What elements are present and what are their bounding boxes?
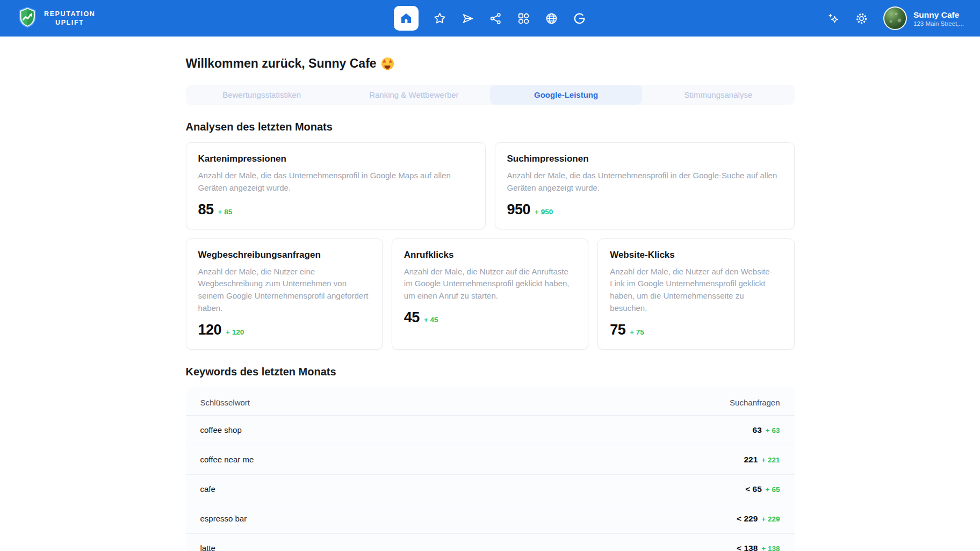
ai-assistant-button[interactable]	[826, 12, 840, 25]
keywords-table: Schlüsselwort Suchanfragen coffee shop 6…	[186, 387, 795, 551]
searches-delta: + 229	[761, 515, 780, 523]
analytics-cards-row-1: Kartenimpressionen Anzahl der Male, die …	[186, 142, 795, 229]
keyword-cell: coffee shop	[200, 425, 242, 434]
main-content: Willkommen zurück, Sunny Cafe ★★ Bewertu…	[186, 56, 795, 551]
stat-card-title: Kartenimpressionen	[198, 154, 473, 164]
star-struck-emoji: ★★	[381, 57, 394, 70]
keyword-cell: latte	[200, 543, 215, 551]
star-nav-button[interactable]	[433, 12, 446, 25]
stat-value: 950	[507, 201, 531, 218]
searches-value: 221	[744, 455, 758, 465]
home-icon	[400, 12, 413, 25]
stat-card-wegbeschreibungsanfragen: Wegbeschreibungsanfragen Anzahl der Male…	[186, 238, 383, 350]
apps-nav-button[interactable]	[517, 12, 530, 25]
stat-value: 85	[198, 201, 214, 218]
stat-delta: + 45	[424, 316, 438, 324]
stat-card-description: Anzahl der Male, die das Unternehmenspro…	[507, 170, 782, 194]
stat-card-description: Anzahl der Male, die Nutzer eine Wegbesc…	[198, 266, 370, 315]
table-row: cafe < 65 + 65	[186, 475, 795, 504]
searches-delta: + 65	[766, 485, 780, 494]
stat-card-description: Anzahl der Male, die Nutzer auf den Webs…	[610, 266, 782, 315]
globe-nav-button[interactable]	[545, 12, 558, 25]
searches-delta: + 138	[761, 545, 780, 551]
account-address: 123 Main Street,...	[913, 20, 964, 27]
stat-delta: + 75	[630, 328, 644, 336]
globe-icon	[545, 12, 558, 25]
account-avatar[interactable]	[883, 6, 907, 30]
sparkles-icon	[826, 12, 840, 25]
account-menu[interactable]: Sunny Cafe 123 Main Street,...	[883, 6, 964, 30]
stat-card-description: Anzahl der Male, die Nutzer auf die Anru…	[404, 266, 576, 302]
stat-delta: + 120	[226, 328, 244, 336]
analytics-heading: Analysen des letzten Monats	[186, 121, 795, 133]
stat-card-description: Anzahl der Male, die das Unternehmenspro…	[198, 170, 473, 194]
searches-value: < 138	[737, 543, 758, 551]
home-nav-button[interactable]	[394, 6, 419, 31]
keywords-heading: Keywords des letzten Monats	[186, 366, 795, 378]
apps-icon	[517, 12, 530, 25]
share-icon	[489, 12, 502, 25]
analytics-cards-row-2: Wegbeschreibungsanfragen Anzahl der Male…	[186, 238, 795, 350]
keywords-table-header: Schlüsselwort Suchanfragen	[186, 387, 795, 416]
google-icon	[573, 12, 586, 25]
column-header-keyword: Schlüsselwort	[200, 398, 250, 407]
settings-button[interactable]	[855, 12, 868, 25]
account-name: Sunny Cafe	[913, 10, 964, 20]
brand-logo[interactable]: REPUTATION UPLIFT	[16, 6, 95, 31]
table-row: espresso bar < 229 + 229	[186, 504, 795, 534]
keyword-cell: coffee near me	[200, 455, 254, 464]
topbar-right-actions: Sunny Cafe 123 Main Street,...	[826, 6, 964, 30]
searches-value: < 229	[737, 514, 758, 524]
tab-google-leistung[interactable]: Google-Leistung	[490, 85, 642, 105]
stat-value: 75	[610, 322, 625, 338]
tab-stimmungsanalyse[interactable]: Stimmungsanalyse	[642, 85, 794, 105]
send-icon	[461, 12, 474, 25]
google-nav-button[interactable]	[573, 12, 586, 25]
stat-card-title: Anrufklicks	[404, 250, 576, 260]
tab-bewertungsstatistiken[interactable]: Bewertungsstatistiken	[186, 85, 338, 105]
star-icon	[433, 12, 446, 25]
stat-card-kartenimpressionen: Kartenimpressionen Anzahl der Male, die …	[186, 142, 486, 229]
top-navigation-bar: REPUTATION UPLIFT	[0, 0, 980, 37]
searches-delta: + 221	[761, 456, 780, 464]
table-row: latte < 138 + 138	[186, 534, 795, 551]
stat-card-suchimpressionen: Suchimpressionen Anzahl der Male, die da…	[495, 142, 795, 229]
searches-value: < 65	[745, 484, 762, 494]
stat-card-anrufklicks: Anrufklicks Anzahl der Male, die Nutzer …	[392, 238, 588, 350]
searches-value: 63	[753, 425, 762, 435]
stat-value: 120	[198, 322, 222, 338]
table-row: coffee shop 63 + 63	[186, 416, 795, 445]
table-row: coffee near me 221 + 221	[186, 445, 795, 475]
send-nav-button[interactable]	[461, 12, 474, 25]
main-nav	[394, 6, 586, 31]
stat-value: 45	[404, 309, 420, 326]
searches-delta: + 63	[766, 426, 780, 434]
keyword-cell: cafe	[200, 484, 215, 494]
tab-ranking-wettbewerber[interactable]: Ranking & Wettbewerber	[338, 85, 490, 105]
keyword-cell: espresso bar	[200, 514, 247, 523]
stat-card-website-klicks: Website-Klicks Anzahl der Male, die Nutz…	[597, 238, 794, 350]
stat-delta: + 950	[535, 208, 553, 216]
stat-card-title: Website-Klicks	[610, 250, 782, 260]
welcome-text: Willkommen zurück, Sunny Cafe	[186, 56, 377, 71]
brand-name: REPUTATION UPLIFT	[44, 10, 95, 27]
column-header-searches: Suchanfragen	[730, 398, 780, 407]
gear-icon	[855, 12, 868, 25]
share-nav-button[interactable]	[489, 12, 502, 25]
page-title: Willkommen zurück, Sunny Cafe ★★	[186, 56, 795, 71]
stat-card-title: Wegbeschreibungsanfragen	[198, 250, 370, 260]
stat-card-title: Suchimpressionen	[507, 154, 782, 164]
stat-delta: + 85	[218, 208, 233, 216]
shield-logo-icon	[16, 6, 39, 31]
dashboard-tabs: Bewertungsstatistiken Ranking & Wettbewe…	[186, 85, 795, 105]
